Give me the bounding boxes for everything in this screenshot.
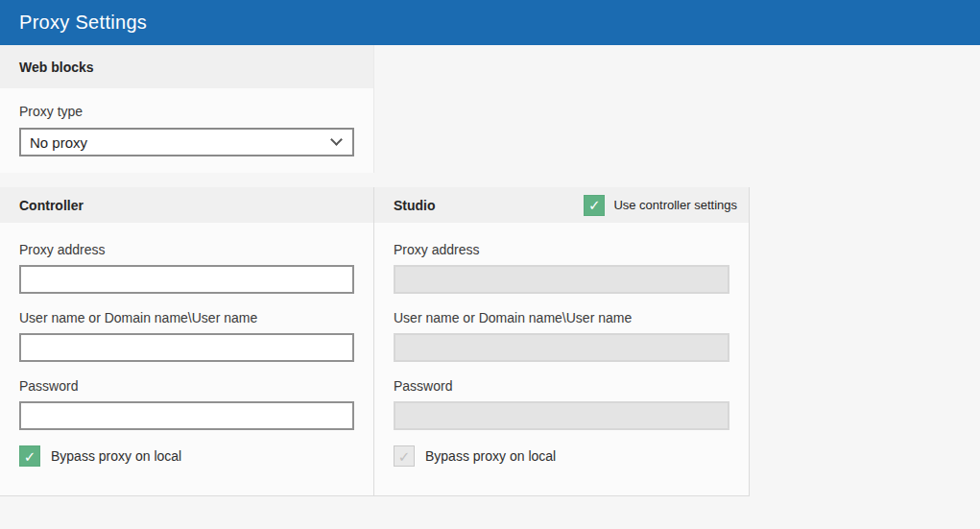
use-controller-settings-checkbox[interactable]: ✓ <box>584 195 605 216</box>
controller-password-input[interactable] <box>19 401 354 430</box>
studio-password-input <box>394 401 729 430</box>
chevron-down-icon <box>330 133 343 146</box>
studio-bypass-label: Bypass proxy on local <box>425 448 556 464</box>
proxy-type-label: Proxy type <box>19 104 354 119</box>
controller-user-name-input[interactable] <box>19 333 354 362</box>
controller-proxy-address-label: Proxy address <box>19 242 354 257</box>
studio-user-name-input <box>394 333 729 362</box>
use-controller-settings-row: ✓ Use controller settings <box>584 195 737 216</box>
dialog-titlebar: Proxy Settings <box>0 0 980 45</box>
controller-section: Controller Proxy address User name or Do… <box>0 187 374 496</box>
studio-password-label: Password <box>394 378 729 394</box>
studio-title: Studio <box>394 198 436 213</box>
studio-bypass-checkbox: ✓ <box>394 445 415 467</box>
controller-body: Proxy address User name or Domain name\U… <box>0 242 373 467</box>
controller-password-label: Password <box>19 378 354 394</box>
studio-section: Studio ✓ Use controller settings Proxy a… <box>374 187 750 496</box>
studio-proxy-address-input <box>394 265 729 294</box>
studio-user-name-label: User name or Domain name\User name <box>394 310 729 325</box>
controller-bypass-row: ✓ Bypass proxy on local <box>19 445 354 467</box>
controller-user-name-label: User name or Domain name\User name <box>19 310 354 325</box>
proxy-settings-window: Proxy Settings Web blocks Proxy type No … <box>0 0 980 529</box>
check-icon: ✓ <box>398 449 411 464</box>
web-blocks-title: Web blocks <box>19 60 94 75</box>
controller-bypass-checkbox[interactable]: ✓ <box>19 445 40 467</box>
web-blocks-body: Proxy type No proxy <box>0 104 373 156</box>
web-blocks-section: Web blocks Proxy type No proxy <box>0 45 374 173</box>
use-controller-settings-label: Use controller settings <box>613 198 737 212</box>
studio-bypass-row: ✓ Bypass proxy on local <box>394 445 729 467</box>
controller-proxy-address-input[interactable] <box>19 265 354 294</box>
proxy-type-selected-value: No proxy <box>30 134 87 151</box>
studio-body: Proxy address User name or Domain name\U… <box>374 242 749 467</box>
proxy-type-select[interactable]: No proxy <box>19 128 354 156</box>
check-icon: ✓ <box>588 198 601 212</box>
controller-title: Controller <box>19 198 84 213</box>
studio-header: Studio ✓ Use controller settings <box>374 187 749 223</box>
studio-proxy-address-label: Proxy address <box>394 242 729 257</box>
web-blocks-header: Web blocks <box>0 45 373 88</box>
check-icon: ✓ <box>24 449 36 464</box>
controller-header: Controller <box>0 187 373 223</box>
controller-bypass-label: Bypass proxy on local <box>51 448 181 464</box>
page-title: Proxy Settings <box>19 12 147 34</box>
